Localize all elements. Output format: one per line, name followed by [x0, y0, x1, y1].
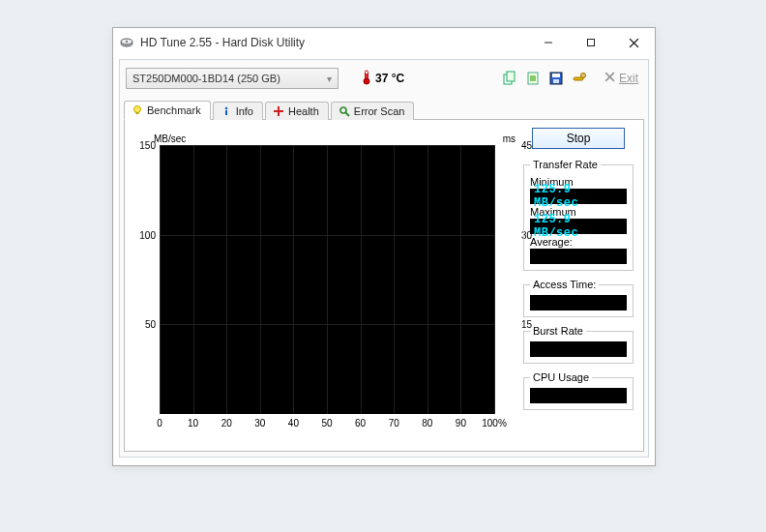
transfer-rate-legend: Transfer Rate	[530, 159, 601, 170]
svg-point-2	[126, 41, 128, 43]
plus-icon	[273, 105, 284, 117]
clipboard-icon[interactable]	[525, 71, 541, 86]
cpu-usage-group: CPU Usage	[523, 371, 633, 410]
svg-point-18	[580, 74, 585, 78]
svg-point-9	[364, 78, 369, 84]
maximize-button[interactable]	[570, 29, 612, 56]
svg-rect-24	[225, 110, 227, 115]
svg-rect-15	[552, 74, 560, 77]
drive-select[interactable]: ST250DM000-1BD14 (250 GB) ▾	[126, 68, 339, 89]
stop-button-label: Stop	[567, 132, 591, 145]
thermometer-icon	[362, 70, 371, 88]
close-x-icon	[604, 72, 615, 85]
svg-rect-4	[588, 40, 595, 46]
burst-rate-label: Burst Rate	[530, 325, 586, 337]
toolbar-icons	[502, 71, 587, 86]
access-time-group: Access Time:	[523, 279, 633, 317]
tab-health[interactable]: Health	[265, 102, 329, 120]
access-time-value	[530, 295, 627, 310]
svg-point-23	[224, 107, 227, 110]
svg-point-27	[340, 107, 346, 113]
minimum-value: 125.9 MB/sec	[530, 189, 627, 204]
tab-bar: Benchmark Info Health Error Scan	[120, 97, 648, 119]
svg-rect-16	[553, 79, 559, 83]
titlebar[interactable]: HD Tune 2.55 - Hard Disk Utility	[113, 28, 655, 57]
app-icon	[119, 35, 134, 50]
copy-icon[interactable]	[502, 71, 517, 86]
toolbar: ST250DM000-1BD14 (250 GB) ▾ 37 °C Exit	[120, 60, 648, 97]
exit-button[interactable]: Exit	[601, 72, 642, 85]
svg-rect-13	[530, 75, 536, 81]
minimize-button[interactable]	[527, 29, 570, 56]
burst-rate-value	[530, 341, 627, 357]
cpu-usage-value	[530, 388, 627, 403]
tab-benchmark[interactable]: Benchmark	[124, 101, 211, 120]
exit-label: Exit	[619, 72, 638, 85]
maximum-value: 125.9 MB/sec	[530, 219, 627, 234]
svg-line-28	[345, 113, 349, 117]
dropdown-arrow-icon: ▾	[327, 74, 332, 84]
stats-panel: Stop Transfer Rate Minimum 125.9 MB/sec …	[521, 128, 635, 418]
tab-page-benchmark: MB/sec ms 15010050 453015 01020304050607…	[124, 119, 644, 452]
close-button[interactable]	[612, 29, 655, 56]
tab-label: Info	[236, 105, 253, 117]
transfer-rate-group: Transfer Rate Minimum 125.9 MB/sec Maxim…	[523, 159, 633, 271]
access-time-label: Access Time:	[530, 279, 599, 290]
benchmark-chart: MB/sec ms 15010050 453015 01020304050607…	[133, 128, 517, 433]
drive-select-value: ST250DM000-1BD14 (250 GB)	[133, 73, 280, 84]
y-left-ticks: 15010050	[133, 128, 160, 433]
stop-button[interactable]: Stop	[532, 128, 625, 149]
cpu-usage-label: CPU Usage	[530, 371, 592, 383]
options-icon[interactable]	[572, 71, 587, 86]
burst-rate-group: Burst Rate	[523, 325, 633, 364]
svg-rect-26	[274, 110, 283, 112]
svg-rect-11	[507, 72, 515, 81]
plot-area	[160, 145, 494, 414]
client-area: ST250DM000-1BD14 (250 GB) ▾ 37 °C Exit	[119, 59, 649, 458]
tab-label: Health	[288, 105, 319, 117]
y-right-axis-label: ms	[503, 133, 516, 144]
average-value	[530, 249, 627, 264]
temperature: 37 °C	[362, 70, 420, 88]
window-controls	[527, 29, 655, 56]
tab-label: Error Scan	[354, 105, 405, 117]
bulb-icon	[132, 104, 143, 116]
app-window: HD Tune 2.55 - Hard Disk Utility ST250DM…	[112, 27, 656, 466]
tab-label: Benchmark	[147, 104, 201, 116]
info-icon	[221, 105, 232, 117]
tab-errorscan[interactable]: Error Scan	[331, 102, 415, 120]
window-title: HD Tune 2.55 - Hard Disk Utility	[140, 36, 527, 49]
save-icon[interactable]	[548, 71, 564, 86]
temperature-value: 37 °C	[375, 72, 404, 85]
svg-rect-22	[136, 112, 139, 114]
svg-point-21	[134, 106, 141, 113]
search-icon	[339, 105, 350, 117]
tab-info[interactable]: Info	[213, 102, 263, 120]
